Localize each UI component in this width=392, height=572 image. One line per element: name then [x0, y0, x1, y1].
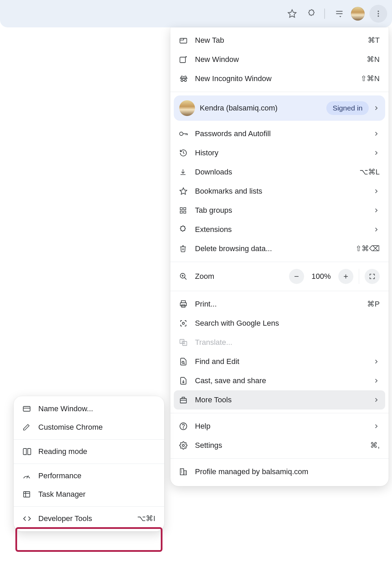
menu-print[interactable]: Print... ⌘P	[174, 295, 385, 314]
submenu-customise-chrome[interactable]: Customise Chrome	[17, 418, 161, 437]
submenu-item-label: Task Manager	[38, 490, 155, 499]
browser-toolbar	[0, 0, 392, 27]
svg-rect-56	[23, 406, 30, 411]
menu-item-shortcut: ⌘T	[368, 36, 380, 45]
submenu-item-label: Developer Tools	[38, 514, 137, 523]
menu-more-tools[interactable]: More Tools	[174, 390, 385, 410]
menu-item-label: Find and Edit	[195, 357, 373, 366]
menu-settings[interactable]: Settings ⌘,	[174, 436, 385, 455]
more-menu-button[interactable]	[369, 5, 387, 23]
menu-tab-groups[interactable]: Tab groups	[174, 201, 385, 220]
extensions-icon[interactable]	[303, 5, 321, 23]
submenu-item-label: Name Window...	[38, 404, 155, 413]
menu-extensions[interactable]: Extensions	[174, 220, 385, 239]
submenu-reading-mode[interactable]: Reading mode	[17, 442, 161, 461]
chevron-right-icon	[373, 358, 380, 365]
svg-point-47	[183, 428, 184, 428]
chevron-right-icon	[373, 207, 380, 214]
submenu-item-shortcut: ⌥⌘I	[137, 514, 155, 523]
menu-item-label: History	[195, 148, 373, 157]
download-icon	[179, 168, 195, 176]
chevron-right-icon	[373, 423, 380, 430]
menu-passwords[interactable]: Passwords and Autofill	[174, 124, 385, 143]
chevron-right-icon	[373, 377, 380, 384]
menu-cast-save-share[interactable]: Cast, save and share	[174, 371, 385, 390]
help-icon	[179, 422, 195, 430]
separator	[359, 269, 359, 284]
menu-managed-profile[interactable]: Profile managed by balsamiq.com	[174, 462, 385, 481]
menu-item-label: Translate...	[195, 338, 380, 347]
gauge-icon	[23, 472, 38, 479]
submenu-task-manager[interactable]: Task Manager	[17, 485, 161, 504]
zoom-in-button[interactable]: +	[338, 269, 353, 284]
profile-avatar-small	[179, 100, 195, 116]
menu-item-shortcut: ⇧⌘N	[361, 74, 380, 83]
building-icon	[179, 468, 195, 476]
menu-item-label: Delete browsing data...	[195, 244, 355, 253]
window-plus-icon	[179, 56, 195, 63]
menu-profile[interactable]: Kendra (balsamiq.com) Signed in	[174, 95, 385, 121]
submenu-divider	[14, 464, 164, 464]
menu-item-label: New Tab	[195, 36, 368, 45]
chevron-right-icon	[373, 130, 380, 137]
menu-new-window[interactable]: New Window ⌘N	[174, 50, 385, 69]
menu-help[interactable]: Help	[174, 417, 385, 436]
svg-rect-6	[180, 38, 187, 43]
submenu-item-label: Performance	[38, 471, 155, 480]
menu-item-label: Profile managed by balsamiq.com	[195, 467, 380, 476]
menu-downloads[interactable]: Downloads ⌥⌘L	[174, 162, 385, 182]
menu-item-label: Settings	[195, 441, 370, 450]
star-outline-icon	[179, 187, 195, 195]
menu-find-edit[interactable]: Find and Edit	[174, 352, 385, 371]
submenu-item-label: Customise Chrome	[38, 423, 155, 432]
svg-point-14	[184, 79, 186, 81]
submenu-divider	[14, 506, 164, 507]
menu-item-shortcut: ⌘P	[367, 300, 380, 309]
svg-rect-34	[180, 303, 186, 306]
chevron-right-icon	[373, 150, 380, 156]
chevron-right-icon	[373, 226, 380, 233]
submenu-divider	[14, 439, 164, 440]
zoom-label: Zoom	[195, 272, 289, 281]
print-icon	[179, 300, 195, 308]
menu-new-incognito[interactable]: New Incognito Window ⇧⌘N	[174, 69, 385, 88]
zoom-out-button[interactable]: −	[289, 269, 304, 284]
svg-point-3	[378, 11, 379, 12]
grid-icon	[179, 207, 195, 214]
menu-delete-browsing-data[interactable]: Delete browsing data... ⇧⌘⌫	[174, 239, 385, 258]
menu-google-lens[interactable]: Search with Google Lens	[174, 314, 385, 333]
svg-rect-49	[180, 469, 184, 475]
history-icon	[179, 149, 195, 157]
reading-list-icon[interactable]	[330, 5, 348, 23]
menu-history[interactable]: History	[174, 143, 385, 162]
svg-point-48	[182, 444, 184, 446]
submenu-name-window[interactable]: Name Window...	[17, 400, 161, 418]
profile-avatar[interactable]	[351, 7, 365, 21]
svg-point-36	[182, 322, 184, 324]
fullscreen-button[interactable]	[365, 269, 380, 284]
chevron-right-icon	[373, 105, 380, 112]
submenu-performance[interactable]: Performance	[17, 467, 161, 485]
svg-rect-24	[184, 208, 186, 210]
gear-icon	[179, 441, 195, 450]
menu-item-label: Tab groups	[195, 206, 373, 215]
star-icon[interactable]	[283, 5, 301, 23]
book-icon	[23, 448, 38, 455]
svg-line-42	[184, 363, 185, 364]
svg-text:A: A	[184, 342, 186, 345]
toolbox-icon	[179, 396, 195, 404]
submenu-item-label: Reading mode	[38, 447, 155, 456]
svg-point-16	[180, 132, 183, 135]
profile-name: Kendra (balsamiq.com)	[200, 104, 326, 113]
menu-new-tab[interactable]: New Tab ⌘T	[174, 31, 385, 50]
submenu-developer-tools[interactable]: Developer Tools ⌥⌘I	[17, 509, 161, 528]
save-icon	[179, 377, 195, 385]
more-tools-submenu: Name Window... Customise Chrome Reading …	[14, 396, 164, 531]
incognito-icon	[179, 75, 195, 82]
menu-bookmarks[interactable]: Bookmarks and lists	[174, 182, 385, 201]
key-icon	[179, 131, 195, 136]
menu-divider	[170, 413, 389, 413]
menu-item-label: New Incognito Window	[195, 74, 361, 83]
chevron-right-icon	[373, 188, 380, 195]
menu-item-label: Bookmarks and lists	[195, 187, 373, 196]
